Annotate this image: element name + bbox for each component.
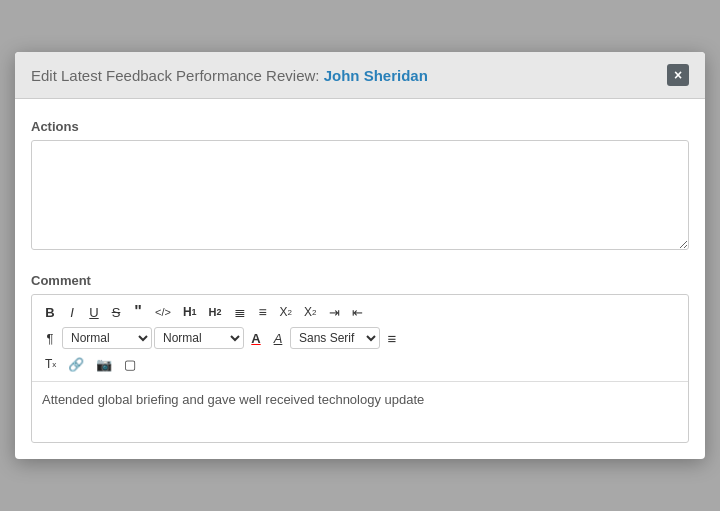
unordered-list-button[interactable]: ≡ (253, 301, 273, 323)
superscript-button[interactable]: X2 (299, 301, 321, 323)
actions-label: Actions (31, 119, 689, 134)
editor-text: Attended global briefing and gave well r… (42, 392, 424, 407)
comment-section: Comment B I U S " </> H1 H2 (31, 273, 689, 443)
font-family-select[interactable]: Sans Serif Serif Monospace (290, 327, 380, 349)
modal-overlay: Edit Latest Feedback Performance Review:… (0, 0, 720, 511)
toolbar-row-2: ¶ Normal Heading 1 Heading 2 Normal Smal… (40, 327, 680, 349)
h1-button[interactable]: H1 (178, 301, 202, 323)
comment-label: Comment (31, 273, 689, 288)
indent-right-button[interactable]: ⇥ (324, 301, 345, 323)
title-prefix: Edit Latest Feedback Performance Review: (31, 67, 324, 84)
pilcrow-button[interactable]: ¶ (40, 327, 60, 349)
toolbar-row-3: Tx 🔗 📷 ▢ (40, 353, 680, 375)
clear-format-button[interactable]: Tx (40, 353, 61, 375)
toolbar-row-1: B I U S " </> H1 H2 ≣ ≡ X2 X2 ⇥ (40, 301, 680, 323)
ordered-list-button[interactable]: ≣ (229, 301, 251, 323)
bold-button[interactable]: B (40, 301, 60, 323)
italic-button[interactable]: I (62, 301, 82, 323)
subscript-button[interactable]: X2 (275, 301, 297, 323)
title-name: John Sheridan (324, 67, 428, 84)
format-select-2[interactable]: Normal Small Large (154, 327, 244, 349)
code-button[interactable]: </> (150, 301, 176, 323)
align-button[interactable]: ≡ (382, 327, 402, 349)
modal-title: Edit Latest Feedback Performance Review:… (31, 67, 428, 84)
editor-toolbar: B I U S " </> H1 H2 ≣ ≡ X2 X2 ⇥ (32, 295, 688, 382)
close-button[interactable]: × (667, 64, 689, 86)
font-highlight-button[interactable]: A (268, 327, 288, 349)
modal-header: Edit Latest Feedback Performance Review:… (15, 52, 705, 99)
font-color-button[interactable]: A (246, 327, 266, 349)
underline-button[interactable]: U (84, 301, 104, 323)
indent-left-button[interactable]: ⇤ (347, 301, 368, 323)
h2-button[interactable]: H2 (204, 301, 227, 323)
modal: Edit Latest Feedback Performance Review:… (15, 52, 705, 459)
blockquote-button[interactable]: " (128, 301, 148, 323)
actions-textarea[interactable] (31, 140, 689, 250)
image-button[interactable]: 📷 (91, 353, 117, 375)
strikethrough-button[interactable]: S (106, 301, 126, 323)
editor-container: B I U S " </> H1 H2 ≣ ≡ X2 X2 ⇥ (31, 294, 689, 443)
video-button[interactable]: ▢ (119, 353, 141, 375)
editor-content[interactable]: Attended global briefing and gave well r… (32, 382, 688, 442)
modal-body: Actions Comment B I U S " </> H1 (15, 99, 705, 459)
format-select-1[interactable]: Normal Heading 1 Heading 2 (62, 327, 152, 349)
link-button[interactable]: 🔗 (63, 353, 89, 375)
